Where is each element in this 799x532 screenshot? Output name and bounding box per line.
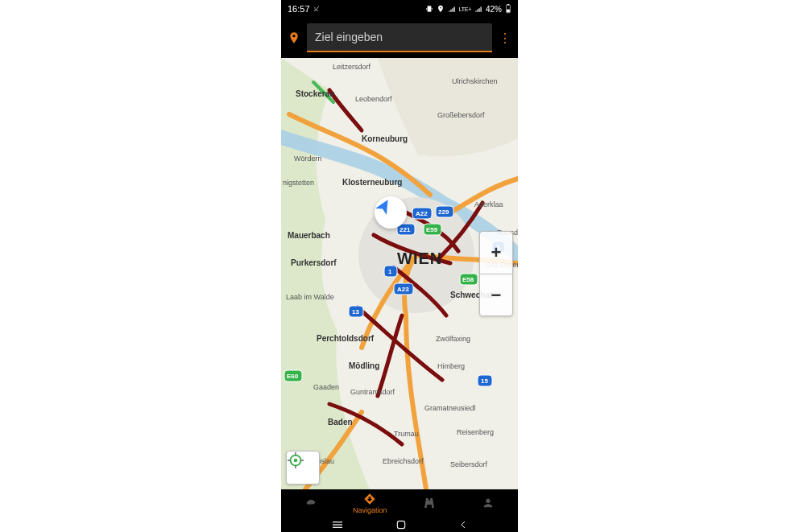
- label-baden: Baden: [328, 418, 353, 427]
- locate-me-button[interactable]: [286, 451, 320, 485]
- label-stockerau: Stockerau: [296, 89, 334, 98]
- vibrate-icon: [425, 5, 433, 13]
- destination-placeholder: Ziel eingeben: [315, 31, 383, 43]
- svg-point-29: [294, 459, 298, 463]
- shield-e58: E58: [460, 274, 478, 285]
- label-zwoelfaxing: Zwölfaxing: [436, 335, 470, 343]
- label-himberg: Himberg: [437, 362, 465, 370]
- nav-tab-navigation[interactable]: Navigation: [341, 493, 400, 514]
- battery-icon: [505, 4, 511, 14]
- svg-text:15: 15: [481, 377, 488, 385]
- label-wien: WIEN: [397, 250, 442, 267]
- helmet-icon: [304, 497, 317, 509]
- label-gramatneusiedl: Gramatneusiedl: [424, 404, 476, 412]
- android-nav-bar: [281, 517, 518, 532]
- shield-e59: E59: [424, 224, 441, 235]
- label-ebreichsdorf: Ebreichsdorf: [383, 457, 424, 465]
- nav-tab-profile[interactable]: [459, 497, 519, 509]
- label-woerdern: Wördern: [294, 155, 322, 163]
- shield-a23: A23: [394, 283, 413, 295]
- zoom-in-button[interactable]: +: [480, 232, 512, 274]
- pin-icon: [286, 30, 302, 46]
- nav-tab-label: Navigation: [353, 507, 387, 514]
- profile-icon: [482, 497, 495, 509]
- turn-icon: [363, 493, 376, 505]
- shield-13: 13: [349, 306, 363, 317]
- recents-button[interactable]: [331, 520, 344, 530]
- heading-marker: [375, 196, 407, 229]
- label-laab: Laab im Walde: [286, 293, 334, 301]
- label-purkersdorf: Purkersdorf: [291, 258, 337, 267]
- label-moedling: Mödling: [349, 361, 379, 370]
- bottom-nav: Navigation: [281, 489, 518, 517]
- status-time: 16:57: [288, 4, 310, 14]
- svg-text:229: 229: [438, 208, 449, 216]
- phone-off-icon: [313, 6, 320, 12]
- label-reisenberg: Reisenberg: [457, 428, 494, 436]
- signal-bars-icon: [448, 5, 456, 13]
- back-button[interactable]: [458, 519, 468, 530]
- crosshair-icon: [287, 452, 304, 469]
- shield-e60: E60: [284, 370, 302, 381]
- search-header: Ziel eingeben ⋮: [281, 18, 518, 58]
- svg-text:221: 221: [400, 226, 411, 233]
- status-network: LTE+: [459, 6, 471, 12]
- label-nigstetten: nigstetten: [283, 179, 314, 187]
- home-button[interactable]: [395, 519, 407, 530]
- svg-rect-37: [397, 521, 404, 528]
- nav-tab-helmet[interactable]: [281, 497, 341, 509]
- label-ulrichskirchen: Ulrichskirchen: [452, 77, 498, 85]
- back-icon: [458, 519, 468, 530]
- phone-frame: 16:57 LTE+ 42%: [281, 0, 518, 532]
- nav-tab-road[interactable]: [400, 497, 459, 509]
- svg-rect-3: [507, 10, 510, 13]
- label-trumau: Trumau: [394, 430, 419, 438]
- home-icon: [395, 519, 407, 530]
- svg-text:1: 1: [388, 268, 392, 275]
- svg-text:E58: E58: [462, 276, 474, 283]
- svg-text:A23: A23: [397, 286, 409, 293]
- status-battery: 42%: [486, 5, 502, 14]
- svg-text:A22: A22: [416, 210, 428, 217]
- kebab-icon: ⋮: [499, 31, 511, 46]
- label-mauerbach: Mauerbach: [288, 231, 330, 240]
- label-perchtoldsdorf: Perchtoldsdorf: [317, 334, 375, 343]
- label-leitzersdorf: Leitzersdorf: [333, 63, 371, 71]
- label-korneuburg: Korneuburg: [362, 134, 408, 143]
- map-canvas[interactable]: Leitzersdorf Stockerau Leobendorf Ulrich…: [281, 58, 518, 489]
- shield-1: 1: [384, 266, 397, 277]
- more-button[interactable]: ⋮: [497, 31, 513, 46]
- zoom-out-button[interactable]: −: [480, 274, 512, 315]
- label-leobendorf: Leobendorf: [355, 95, 392, 103]
- svg-text:E60: E60: [287, 373, 299, 380]
- label-seibersdorf: Seibersdorf: [450, 460, 488, 468]
- label-klosterneuburg: Klosterneuburg: [342, 178, 402, 187]
- signal-bars-icon: [474, 5, 482, 13]
- svg-text:E59: E59: [426, 226, 438, 233]
- label-gaaden: Gaaden: [313, 383, 339, 391]
- recents-icon: [331, 520, 344, 530]
- label-guntramsdorf: Guntramsdorf: [350, 388, 395, 396]
- label-aderklaa: Aderklaa: [474, 200, 503, 208]
- svg-rect-2: [507, 4, 509, 5]
- navigation-arrow-icon: [375, 196, 394, 216]
- location-icon: [437, 5, 445, 13]
- shield-a22: A22: [412, 208, 432, 219]
- shield-229: 229: [436, 206, 453, 217]
- zoom-controls: + −: [479, 231, 513, 316]
- statusbar: 16:57 LTE+ 42%: [281, 0, 518, 18]
- svg-text:13: 13: [352, 308, 359, 315]
- label-grossebersdorf: Großebersdorf: [437, 111, 485, 119]
- destination-input[interactable]: Ziel eingeben: [307, 23, 492, 52]
- road-icon: [423, 497, 436, 509]
- shield-15: 15: [478, 375, 492, 386]
